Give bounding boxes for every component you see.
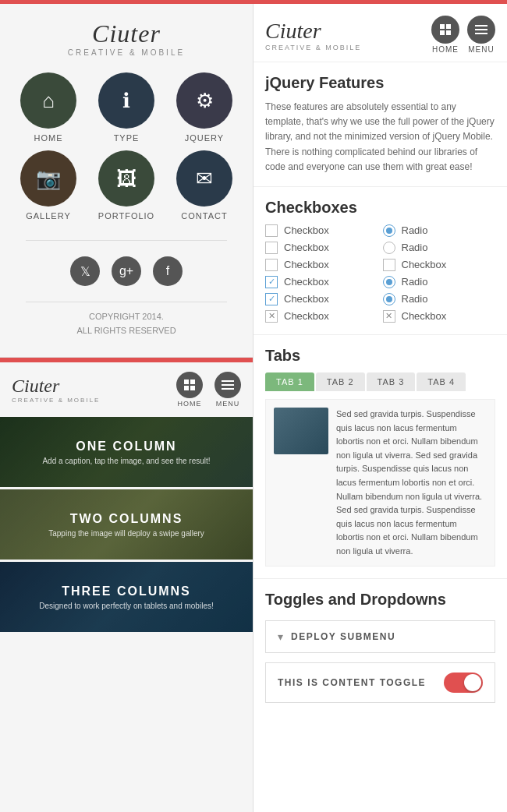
checkbox-6[interactable]: ✓: [265, 293, 278, 305]
toggles-title: Toggles and Dropdowns: [265, 591, 495, 609]
svg-rect-3: [190, 386, 195, 390]
checkboxes-section: Checkboxes Checkbox Radio Checkbox: [254, 187, 507, 335]
mini-menu-item[interactable]: MENU: [214, 372, 241, 408]
checkbox-label-3: Checkbox: [284, 259, 329, 270]
copyright: COPYRIGHT 2014. ALL RIGHTS RESERVED: [76, 310, 176, 337]
right-menu-item[interactable]: MENU: [467, 16, 495, 54]
right-logo: Ciuter: [265, 19, 361, 44]
radio-label-1: Radio: [402, 224, 428, 236]
mini-home-item[interactable]: HOME: [176, 372, 203, 408]
nav-label-type: TYPE: [114, 133, 140, 143]
right-logo-sub: CREATIVE & MOBILE: [265, 44, 361, 51]
nav-item-portfolio[interactable]: 🖼 PORTFOLIO: [91, 150, 161, 221]
checkbox-label-1: Checkbox: [284, 224, 329, 236]
svg-rect-12: [475, 29, 488, 30]
tab-4[interactable]: TAB 4: [417, 372, 466, 391]
right-home-label: HOME: [432, 45, 459, 54]
right-grid-icon: [431, 16, 459, 44]
type-icon: ℹ: [122, 89, 130, 113]
checkbox-row-3-left[interactable]: Checkbox: [265, 259, 378, 271]
radio-4[interactable]: [383, 293, 395, 305]
three-columns-title: THREE COLUMNS: [62, 584, 191, 598]
left-bottom-section: Ciuter CREATIVE & MOBILE HOME: [0, 362, 253, 634]
mini-nav: HOME MENU: [176, 372, 241, 408]
tab-3[interactable]: TAB 3: [367, 372, 416, 391]
one-column-title: ONE COLUMN: [76, 440, 176, 454]
home-icon: ⌂: [42, 89, 55, 113]
nav-item-contact[interactable]: ✉ CONTACT: [169, 150, 239, 221]
checkbox-3[interactable]: [265, 259, 278, 271]
svg-rect-10: [446, 30, 451, 35]
tab-text: Sed sed gravida turpis. Suspendisse quis…: [336, 408, 487, 559]
nav-item-type[interactable]: ℹ TYPE: [91, 72, 161, 143]
checkbox-1[interactable]: [265, 224, 278, 237]
jquery-section: jQuery Features These features are absol…: [254, 62, 507, 187]
checkbox-row-4-right[interactable]: Radio: [383, 276, 496, 288]
checkbox-5[interactable]: ✓: [265, 276, 278, 288]
mini-home-label: HOME: [178, 400, 202, 408]
checkbox-row-2-left[interactable]: Checkbox: [265, 242, 378, 254]
image-icon: 🖼: [116, 167, 136, 191]
two-columns-sub: Tapping the image will deploy a swipe ga…: [48, 529, 204, 538]
checkbox-7[interactable]: ✕: [265, 310, 278, 323]
checkbox-8[interactable]: ✕: [383, 310, 395, 323]
checkbox-2[interactable]: [265, 242, 278, 254]
mini-logo: Ciuter: [12, 376, 100, 397]
checkbox-row-5-right[interactable]: Radio: [383, 293, 496, 305]
svg-rect-9: [440, 30, 445, 35]
two-columns-title: TWO COLUMNS: [70, 512, 183, 526]
checkbox-row-5-left[interactable]: ✓ Checkbox: [265, 293, 378, 305]
one-column-banner[interactable]: ONE COLUMN Add a caption, tap the image,…: [0, 417, 253, 487]
facebook-button[interactable]: f: [153, 256, 183, 286]
left-logo-sub: CREATIVE & MOBILE: [68, 48, 185, 57]
svg-rect-6: [222, 388, 234, 390]
checkbox-row-6-left[interactable]: ✕ Checkbox: [265, 310, 378, 323]
nav-item-home[interactable]: ⌂ HOME: [13, 72, 83, 143]
nav-label-portfolio: PORTFOLIO: [98, 211, 154, 221]
two-columns-banner[interactable]: TWO COLUMNS Tapping the image will deplo…: [0, 489, 253, 560]
three-columns-banner[interactable]: THREE COLUMNS Designed to work perfectly…: [0, 562, 253, 632]
checkbox-row-1-left[interactable]: Checkbox: [265, 224, 378, 237]
three-columns-sub: Designed to work perfectly on tablets an…: [39, 602, 213, 610]
right-home-item[interactable]: HOME: [431, 16, 459, 54]
checkbox-row-6-right[interactable]: ✕ Checkbox: [383, 310, 496, 323]
toggles-section: Toggles and Dropdowns ▾ DEPLOY SUBMENU T…: [254, 579, 507, 715]
left-top-section: Ciuter CREATIVE & MOBILE ⌂ HOME ℹ TYPE: [0, 4, 253, 358]
deploy-submenu-button[interactable]: ▾ DEPLOY SUBMENU: [265, 620, 495, 653]
tab-2[interactable]: TAB 2: [316, 372, 365, 391]
svg-rect-8: [446, 24, 451, 29]
svg-rect-11: [475, 25, 488, 26]
checkbox-4[interactable]: [383, 259, 395, 271]
svg-rect-2: [184, 386, 189, 390]
checkbox-label-2: Checkbox: [284, 242, 329, 253]
checkbox-label-7: Checkbox: [284, 310, 329, 322]
nav-grid: ⌂ HOME ℹ TYPE ⚙ JQUERY: [13, 72, 239, 221]
twitter-button[interactable]: 𝕏: [70, 256, 100, 286]
googleplus-button[interactable]: g+: [112, 256, 141, 286]
right-nav: HOME MENU: [431, 16, 495, 54]
right-menu-icon: [467, 16, 495, 44]
nav-item-gallery[interactable]: 📷 GALLERY: [13, 150, 83, 221]
left-panel: Ciuter CREATIVE & MOBILE ⌂ HOME ℹ TYPE: [0, 4, 254, 812]
mini-logo-section: Ciuter CREATIVE & MOBILE: [12, 376, 100, 404]
checkbox-row-2-right[interactable]: Radio: [383, 242, 496, 254]
camera-icon: 📷: [36, 167, 61, 191]
tab-1[interactable]: TAB 1: [265, 372, 314, 391]
toggle-switch[interactable]: [444, 673, 483, 693]
checkbox-row-4-left[interactable]: ✓ Checkbox: [265, 276, 378, 288]
radio-1[interactable]: [383, 224, 395, 237]
svg-rect-7: [440, 24, 445, 29]
right-logo-section: Ciuter CREATIVE & MOBILE: [265, 19, 361, 51]
radio-label-4: Radio: [402, 293, 428, 305]
mini-grid-icon: [176, 372, 203, 398]
svg-rect-5: [222, 384, 234, 386]
checkboxes-title: Checkboxes: [265, 199, 495, 217]
radio-2[interactable]: [383, 242, 395, 254]
facebook-icon: f: [166, 264, 169, 278]
nav-circle-portfolio: 🖼: [98, 150, 154, 207]
radio-3[interactable]: [383, 276, 395, 288]
checkbox-label-5: Checkbox: [284, 276, 329, 288]
checkbox-row-1-right[interactable]: Radio: [383, 224, 496, 237]
nav-item-jquery[interactable]: ⚙ JQUERY: [169, 72, 239, 143]
checkbox-row-3-right[interactable]: Checkbox: [383, 259, 496, 271]
